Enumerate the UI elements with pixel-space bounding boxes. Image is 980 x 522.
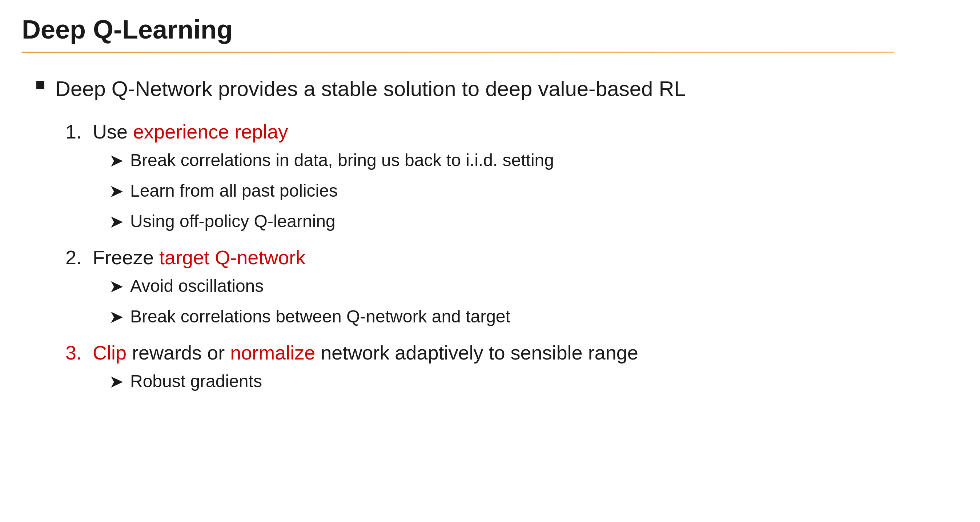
arrow-icon: ➤ (109, 181, 127, 201)
item-2-header: 2. Freeze target Q-network (65, 246, 894, 269)
item-1-highlight: experience replay (133, 121, 288, 143)
item-1-prefix: Use (93, 121, 133, 143)
slide-title: Deep Q-Learning (22, 14, 894, 53)
item-3-sublist: ➤ Robust gradients (65, 371, 894, 392)
sub-item-text: Break correlations in data, bring us bac… (130, 150, 554, 170)
arrow-icon: ➤ (109, 150, 127, 170)
item-2-highlight: target Q-network (159, 247, 305, 268)
item-2-prefix: Freeze (93, 247, 159, 268)
arrow-icon: ➤ (109, 371, 127, 392)
item-1-number: 1. (65, 120, 87, 143)
list-item: ➤ Using off-policy Q-learning (109, 211, 894, 232)
item-3-suffix: network adaptively to sensible range (315, 342, 638, 363)
sub-item-text: Using off-policy Q-learning (130, 211, 336, 231)
sub-item-text: Avoid oscillations (130, 276, 264, 296)
list-item: ➤ Avoid oscillations (109, 276, 894, 296)
numbered-list: 1. Use experience replay ➤ Break correla… (37, 120, 894, 392)
item-1-header: 1. Use experience replay (65, 120, 894, 143)
sub-item-text: Robust gradients (130, 371, 262, 391)
arrow-icon: ➤ (109, 211, 127, 232)
item-2-sublist: ➤ Avoid oscillations ➤ Break correlation… (65, 276, 894, 327)
slide-content: Deep Q-Network provides a stable solutio… (22, 75, 894, 392)
sub-item-text: Break correlations between Q-network and… (130, 306, 511, 326)
item-1-sublist: ➤ Break correlations in data, bring us b… (65, 150, 894, 232)
arrow-icon: ➤ (109, 276, 127, 296)
item-3-middle: rewards or (127, 342, 230, 363)
main-bullet: Deep Q-Network provides a stable solutio… (37, 75, 894, 102)
sub-item-text: Learn from all past policies (130, 181, 338, 201)
item-3-number: 3. (65, 341, 87, 364)
numbered-item-3: 3. Clip rewards or normalize network ada… (65, 341, 894, 392)
list-item: ➤ Robust gradients (109, 371, 894, 392)
numbered-item-2: 2. Freeze target Q-network ➤ Avoid oscil… (65, 246, 894, 327)
item-3-normalize: normalize (230, 342, 315, 363)
list-item: ➤ Learn from all past policies (109, 181, 894, 201)
item-2-number: 2. (65, 246, 87, 269)
arrow-icon: ➤ (109, 306, 127, 327)
item-3-clip: Clip (93, 342, 127, 363)
list-item: ➤ Break correlations between Q-network a… (109, 306, 894, 327)
item-3-header: 3. Clip rewards or normalize network ada… (65, 341, 894, 364)
numbered-item-1: 1. Use experience replay ➤ Break correla… (65, 120, 894, 232)
list-item: ➤ Break correlations in data, bring us b… (109, 150, 894, 170)
slide-container: Deep Q-Learning Deep Q-Network provides … (22, 14, 894, 392)
bullet-square-icon (37, 81, 45, 89)
main-bullet-text: Deep Q-Network provides a stable solutio… (55, 75, 686, 102)
